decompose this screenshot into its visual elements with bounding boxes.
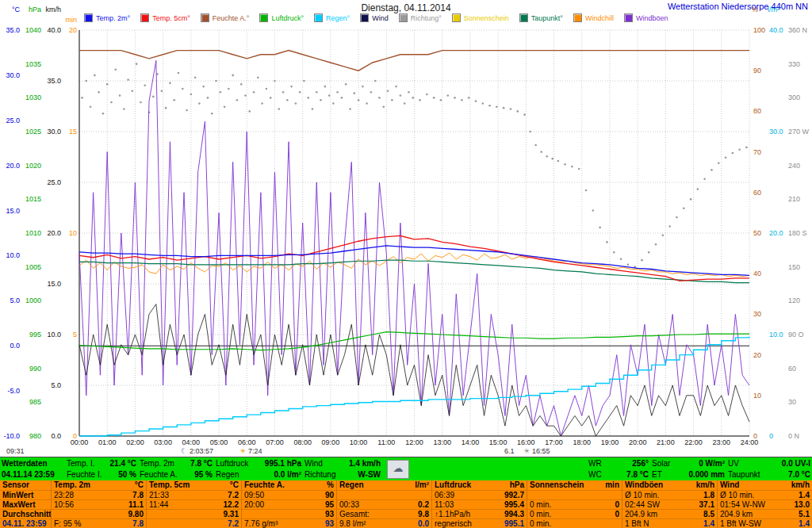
- data-point: [98, 91, 100, 94]
- axis-annotation: 09:31: [6, 447, 25, 455]
- stats-header-name: Regen: [339, 480, 364, 490]
- stats-cell-value: 13.0: [795, 500, 810, 510]
- data-point: [503, 107, 505, 109]
- status-col-2: Luftdruck995.1 hPaRegen0.0 l/m²: [214, 457, 303, 480]
- data-point: [546, 155, 548, 158]
- data-point: [261, 102, 263, 105]
- data-point: [341, 97, 343, 99]
- stats-header-name: Temp. 5cm: [149, 480, 190, 490]
- status-cell-label: Feuchte A.: [140, 469, 178, 480]
- stats-header-name: Luftdruck: [435, 480, 471, 490]
- status-label: 04.11.14 23:59: [2, 469, 63, 480]
- stats-cell-value: 0: [615, 510, 619, 519]
- data-point: [488, 105, 491, 107]
- stats-cell: F: 95 %7.8: [51, 518, 146, 528]
- stats-cell-time: 0 min.: [530, 510, 551, 519]
- axis-tick-temp: -10.0: [3, 432, 20, 440]
- status-spacer: [409, 457, 587, 480]
- axis-tick-pct: 80: [753, 107, 761, 115]
- data-point: [370, 91, 373, 94]
- axis-tick-pct: 40: [753, 270, 761, 277]
- x-tick-label: 00:00: [71, 438, 89, 446]
- data-point: [228, 88, 230, 90]
- data-point: [400, 94, 402, 97]
- x-tick-label: 01:00: [98, 438, 117, 446]
- data-point: [132, 90, 134, 93]
- weather-symbol-icon: ☁: [387, 460, 409, 479]
- status-cell: Luftdruck995.1 hPa: [216, 458, 301, 469]
- axis-tick-temp: 5.0: [10, 297, 20, 304]
- moon-icon: ☾: [181, 447, 187, 455]
- stats-cell: 0 min.: [527, 518, 622, 528]
- stats-cell-time: 23:28: [54, 491, 74, 500]
- status-col-1: Temp. 2m7.8 °CFeuchte A.95 %: [138, 457, 214, 480]
- stats-cell: 11:4412.2: [146, 499, 241, 509]
- stats-cell-time: regnerisch: [435, 519, 472, 528]
- stats-cell-time: 01:54 W-NW: [720, 500, 765, 510]
- axis-tick-pct: 90: [753, 67, 761, 75]
- data-point: [211, 113, 213, 115]
- current-weather-bar: Wetterdaten04.11.14 23:59Temp. I.21.4 °C…: [0, 457, 812, 480]
- status-cell-value: 7.8 °C: [190, 458, 213, 469]
- stats-header-name: Temp. 2m: [54, 480, 90, 490]
- axis-tick-hpa: 995: [29, 331, 41, 339]
- stats-cell: Gesamt:9.8: [336, 509, 431, 518]
- axis-tick-deg: 30: [788, 398, 796, 406]
- data-point: [140, 101, 142, 104]
- x-tick-label: 19:00: [601, 438, 619, 446]
- stats-row-label: Durchschnitt: [0, 509, 51, 518]
- stats-cell: 7.76 g/m³93: [241, 518, 336, 528]
- axis-tick-deg: 150: [788, 263, 800, 271]
- axis-tick-minax: 5: [73, 331, 77, 339]
- stats-row-label-text: MinWert: [2, 491, 33, 500]
- data-point: [349, 108, 351, 110]
- status-right-col-2: UV0.0 UV-ITaupunkt7.0 °C: [726, 457, 812, 480]
- data-point: [169, 82, 171, 85]
- data-point: [253, 91, 255, 94]
- status-cell: Taupunkt7.0 °C: [728, 469, 810, 480]
- data-point: [440, 99, 442, 101]
- stats-row-label: 04.11. 23:59: [0, 518, 51, 528]
- status-right-col-1: Solar0 W/m²ET0.000 mm: [650, 457, 726, 480]
- axis-tick-hpa: 1035: [25, 60, 41, 68]
- data-point: [408, 91, 410, 94]
- x-tick-label: 04:00: [182, 438, 201, 446]
- data-point: [190, 94, 193, 96]
- data-point: [324, 86, 327, 88]
- data-point: [599, 227, 601, 229]
- status-cell-value: 21.4 °C: [110, 458, 136, 469]
- x-tick-label: 09:00: [322, 438, 340, 446]
- stats-cell-time: 06:39: [435, 491, 454, 500]
- stats-cell-value: 8.5: [703, 510, 714, 519]
- data-point: [224, 105, 226, 108]
- stats-cell: 204.9 km8.5: [622, 509, 717, 518]
- data-point: [161, 90, 163, 93]
- axis-unit-kmh: km/h: [45, 6, 61, 13]
- stats-header-unit: hPa: [510, 480, 524, 490]
- data-point: [328, 94, 331, 97]
- data-point: [270, 97, 272, 99]
- data-point: [290, 86, 293, 88]
- weather-chart: 35.030.025.020.015.010.05.00.0-5.0-10.01…: [0, 0, 812, 457]
- stats-header-unit: °C: [135, 480, 144, 490]
- axis-tick-kmh: 30.0: [47, 128, 61, 136]
- data-point: [106, 83, 109, 86]
- stats-cell-time: 00:33: [339, 500, 359, 510]
- stats-cell-value: 1.4: [703, 519, 714, 528]
- data-point: [592, 209, 595, 212]
- data-point: [516, 110, 519, 113]
- data-point: [215, 80, 217, 82]
- axis-tick-temp: 0.0: [10, 342, 20, 350]
- axis-unit-temp: °C: [12, 6, 21, 13]
- axis-annotation: 2:03:57: [190, 447, 213, 455]
- data-point: [336, 91, 339, 94]
- status-cell-label: Luftdruck: [216, 458, 248, 469]
- stats-row-label-text: Durchschnitt: [2, 510, 51, 519]
- stats-cell: [527, 490, 622, 499]
- stats-cell: 23:287.8: [51, 490, 146, 499]
- stats-header-unit: °C: [230, 480, 239, 490]
- data-point: [307, 97, 309, 99]
- data-point: [387, 90, 389, 93]
- axis-tick-pct: 70: [753, 148, 761, 156]
- data-point: [257, 76, 259, 78]
